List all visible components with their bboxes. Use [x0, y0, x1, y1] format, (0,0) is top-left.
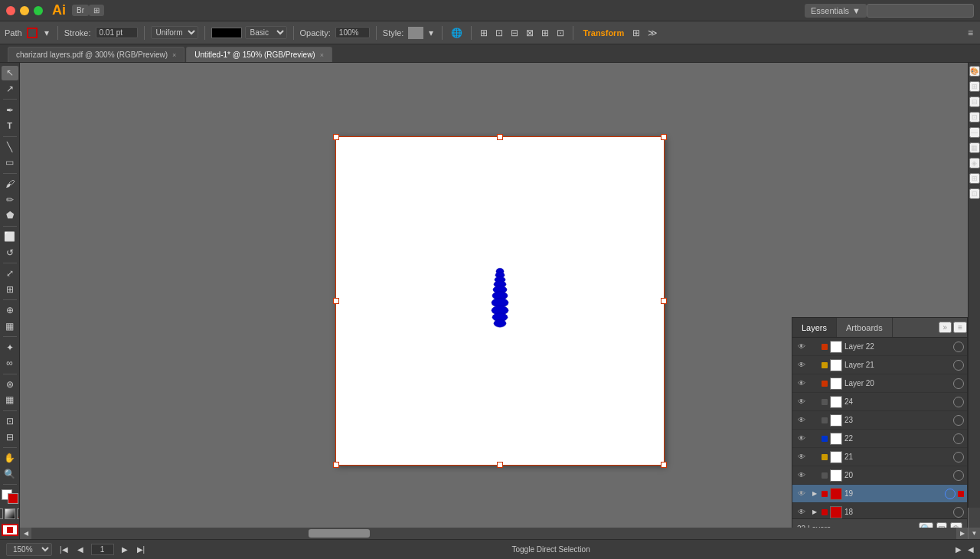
color-panel-icon[interactable]: 🎨 — [969, 66, 980, 77]
toggle-selection-text[interactable]: Toggle Direct Selection — [152, 545, 949, 554]
pathfinder-panel-icon[interactable]: ⊡ — [969, 112, 980, 123]
layers-panel-icon[interactable]: ⊞ — [969, 173, 980, 184]
layer-target-23[interactable] — [953, 415, 964, 426]
style-dropdown-button[interactable]: ▾ — [426, 27, 436, 39]
layer-arrow-19[interactable]: ▶ — [810, 489, 819, 499]
nav-last-button[interactable]: ▶| — [136, 544, 147, 554]
slice-tool-button[interactable]: ⊟ — [2, 430, 18, 444]
layer-row-20b[interactable]: 👁 20 — [792, 466, 967, 485]
tab-untitled[interactable]: Untitled-1* @ 150% (RGB/Preview) × — [186, 47, 332, 62]
hand-tool-button[interactable]: ✋ — [2, 451, 18, 466]
layer-row-23[interactable]: 👁 23 — [792, 411, 967, 430]
gradient-panel-icon[interactable]: ▦ — [969, 142, 980, 153]
artboards-tab[interactable]: Artboards — [837, 318, 893, 337]
layer-row-22[interactable]: 👁 Layer 22 — [792, 338, 967, 356]
no-color-button[interactable] — [0, 508, 3, 519]
eyedropper-tool-button[interactable]: ✦ — [2, 340, 18, 355]
handle-middle-right[interactable] — [661, 298, 667, 304]
layer-visibility-20b[interactable]: 👁 — [795, 469, 808, 482]
free-transform-tool-button[interactable]: ⊞ — [2, 282, 18, 296]
layer-row-21[interactable]: 👁 Layer 21 — [792, 356, 967, 374]
scroll-right-button[interactable]: ▶ — [956, 528, 968, 539]
layer-visibility-23[interactable]: 👁 — [795, 414, 808, 427]
eraser-tool-button[interactable]: ⬜ — [2, 230, 18, 244]
pen-tool-button[interactable]: ✒ — [2, 103, 18, 117]
scroll-thumb-horizontal[interactable] — [309, 529, 370, 538]
handle-top-right[interactable] — [661, 134, 667, 140]
stroke-profile-select[interactable]: Basic — [245, 26, 287, 39]
layer-row-18[interactable]: 👁 ▶ 18 — [792, 503, 967, 518]
selection-tool-button[interactable]: ↖ — [2, 66, 18, 80]
handle-bottom-left[interactable] — [333, 462, 339, 468]
status-arrow-right[interactable]: ▶ — [956, 545, 962, 554]
layer-row-24[interactable]: 👁 24 — [792, 393, 967, 411]
layer-target-18[interactable] — [953, 507, 964, 518]
align-icon-2[interactable]: ⊡ — [493, 27, 505, 39]
transform-button[interactable]: Transform — [580, 28, 627, 38]
nav-next-button[interactable]: ▶ — [120, 544, 129, 554]
gradient-tool-button[interactable]: ▦ — [2, 319, 18, 334]
align-icon-3[interactable]: ⊟ — [508, 27, 521, 39]
layer-target-24[interactable] — [953, 397, 964, 407]
globe-icon[interactable]: 🌐 — [449, 27, 465, 39]
paintbrush-tool-button[interactable]: 🖌 — [2, 177, 18, 191]
direct-selection-tool-button[interactable]: ↗ — [2, 82, 18, 96]
align-icon-5[interactable]: ⊞ — [539, 27, 551, 39]
transform-panel-icon[interactable]: ⊞ — [969, 81, 980, 92]
warp-tool-button[interactable]: ⤢ — [2, 266, 18, 281]
handle-bottom-right[interactable] — [661, 462, 667, 468]
line-tool-button[interactable]: ╲ — [2, 139, 18, 154]
layer-visibility-24[interactable]: 👁 — [795, 396, 808, 408]
align-icon-6[interactable]: ⊡ — [554, 27, 567, 39]
nav-prev-button[interactable]: ◀ — [76, 544, 85, 554]
layer-row-19[interactable]: 👁 ▶ 19 — [792, 485, 967, 503]
layer-target-19[interactable] — [945, 489, 956, 499]
handle-top-left[interactable] — [333, 134, 339, 140]
layer-row-22b[interactable]: 👁 22 — [792, 430, 967, 448]
fill-color-swatch[interactable] — [8, 493, 18, 504]
view-button[interactable]: ⊞ — [89, 5, 104, 16]
align-icon-4[interactable]: ⊠ — [524, 27, 536, 39]
layer-target-20[interactable] — [953, 378, 964, 389]
blend-tool-button[interactable]: ∞ — [2, 356, 18, 371]
tab-charizard-close[interactable]: × — [172, 51, 176, 59]
panels-toggle-button[interactable]: ≡ — [965, 27, 975, 39]
column-graph-button[interactable]: ▦ — [2, 393, 18, 407]
transform-options-button[interactable]: ⊞ — [630, 27, 642, 39]
layer-visibility-22b[interactable]: 👁 — [795, 433, 808, 445]
minimize-button[interactable] — [20, 6, 29, 15]
stroke-panel-icon[interactable]: — — [969, 127, 980, 138]
layer-target-22[interactable] — [953, 342, 964, 352]
appearance-panel-icon[interactable]: ◈ — [969, 158, 980, 168]
essentials-button[interactable]: Essentials ▼ — [805, 4, 867, 18]
status-arrow-left[interactable]: ◀ — [968, 545, 974, 554]
type-tool-button[interactable]: T — [2, 119, 18, 133]
handle-bottom-middle[interactable] — [497, 462, 503, 468]
pencil-tool-button[interactable]: ✏ — [2, 192, 18, 207]
layers-tab[interactable]: Layers — [792, 318, 837, 337]
rect-tool-button[interactable]: ▭ — [2, 155, 18, 170]
artboard-tool-button[interactable]: ⊡ — [2, 414, 18, 429]
artboards-panel-icon[interactable]: ⊡ — [969, 188, 980, 199]
layer-visibility-21[interactable]: 👁 — [795, 359, 808, 371]
layer-target-20b[interactable] — [953, 470, 964, 481]
layer-target-21b[interactable] — [953, 452, 964, 463]
nav-first-button[interactable]: |◀ — [58, 544, 70, 554]
page-number-input[interactable] — [91, 544, 114, 555]
layers-menu-button[interactable]: ≡ — [953, 322, 967, 333]
layer-row-21b[interactable]: 👁 21 — [792, 448, 967, 466]
stroke-value-input[interactable] — [96, 27, 138, 38]
blob-tool-button[interactable]: ⬟ — [2, 208, 18, 223]
layer-target-22b[interactable] — [953, 433, 964, 444]
handle-top-middle[interactable] — [497, 134, 503, 140]
scroll-down-button[interactable]: ▼ — [969, 528, 980, 539]
more-options-button[interactable]: ≫ — [645, 27, 660, 39]
search-input[interactable] — [867, 4, 974, 18]
scroll-track-horizontal[interactable] — [31, 528, 956, 539]
maximize-button[interactable] — [34, 6, 43, 15]
zoom-tool-button[interactable]: 🔍 — [2, 467, 18, 482]
layer-row-20[interactable]: 👁 Layer 20 — [792, 374, 967, 393]
layer-visibility-18[interactable]: 👁 — [795, 506, 808, 518]
symbol-sprayer-button[interactable]: ⊛ — [2, 377, 18, 391]
preview-mode-button[interactable] — [2, 524, 18, 536]
